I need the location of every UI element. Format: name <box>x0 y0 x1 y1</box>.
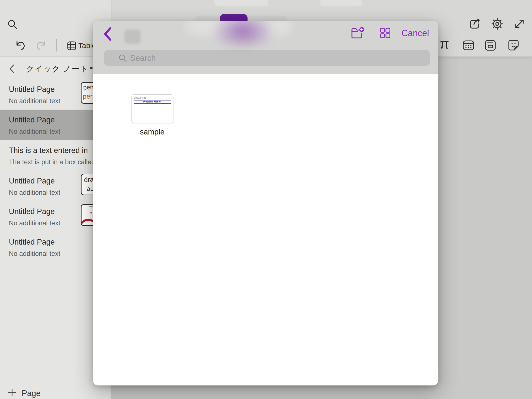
page-item-subtitle: No additional text <box>9 128 60 135</box>
banner-card-icon[interactable] <box>485 40 496 51</box>
search-input[interactable] <box>130 52 421 64</box>
table-icon[interactable] <box>67 41 76 50</box>
ink-text: pen <box>83 93 94 100</box>
page-item-title: This is a text entered in <box>9 146 88 155</box>
document-rule <box>134 103 171 104</box>
active-tool-tab <box>220 14 248 21</box>
blurred-background-shape <box>124 30 141 44</box>
search-icon[interactable] <box>7 19 18 30</box>
math-pi-icon[interactable]: π <box>440 37 452 51</box>
back-button[interactable] <box>103 27 113 41</box>
document-date: 2021/06/23 <box>134 97 146 99</box>
search-icon <box>118 54 127 63</box>
page-item-title: Untitled Page <box>9 85 55 94</box>
app-screen: Table クイック ノート Untitled Page No addition… <box>0 0 532 399</box>
search-bar[interactable] <box>104 50 430 66</box>
share-icon[interactable] <box>468 17 481 30</box>
page-item-subtitle: No additional text <box>9 250 60 258</box>
grid-view-icon[interactable] <box>380 28 391 38</box>
undo-icon[interactable] <box>14 39 26 51</box>
notebook-title: クイック ノート <box>26 64 88 74</box>
page-item-subtitle: No additional text <box>9 219 60 227</box>
sticker-icon[interactable] <box>508 40 519 51</box>
cancel-button[interactable]: Cancel <box>401 28 429 38</box>
page-item-title: Untitled Page <box>9 207 55 216</box>
page-item-title: Untitled Page <box>9 238 55 247</box>
blurred-background-shape <box>211 21 275 49</box>
document-title: Projectile Motion <box>134 100 171 103</box>
add-page-button[interactable] <box>8 388 16 397</box>
page-item-subtitle: No additional text <box>9 97 60 105</box>
page-item-subtitle: The text is put in a box called <box>9 158 95 166</box>
dialog-header: Cancel <box>93 21 438 74</box>
chevron-left-icon[interactable] <box>8 64 16 73</box>
custom-keyboard-icon[interactable] <box>463 40 474 50</box>
file-picker-dialog: Cancel 2021/06/23 Projectile Motion samp… <box>93 21 438 385</box>
page-item-title: Untitled Page <box>9 177 55 185</box>
page-item-title: Untitled Page <box>9 116 55 124</box>
background-shape <box>320 0 362 6</box>
background-shape <box>214 0 268 6</box>
new-folder-icon[interactable] <box>350 26 365 39</box>
file-name-label[interactable]: sample <box>132 128 173 136</box>
ink-text: dra <box>84 176 94 184</box>
toolbar-separator <box>56 39 57 51</box>
page-item-subtitle: No additional text <box>9 189 60 197</box>
settings-gear-icon[interactable] <box>491 18 503 30</box>
redo-icon[interactable] <box>36 39 47 51</box>
add-page-label[interactable]: Page <box>22 389 41 398</box>
more-menu-icon[interactable] <box>90 67 93 69</box>
expand-icon[interactable] <box>513 18 526 30</box>
file-thumbnail[interactable]: 2021/06/23 Projectile Motion <box>132 94 173 123</box>
ink-text: pen <box>83 83 94 91</box>
